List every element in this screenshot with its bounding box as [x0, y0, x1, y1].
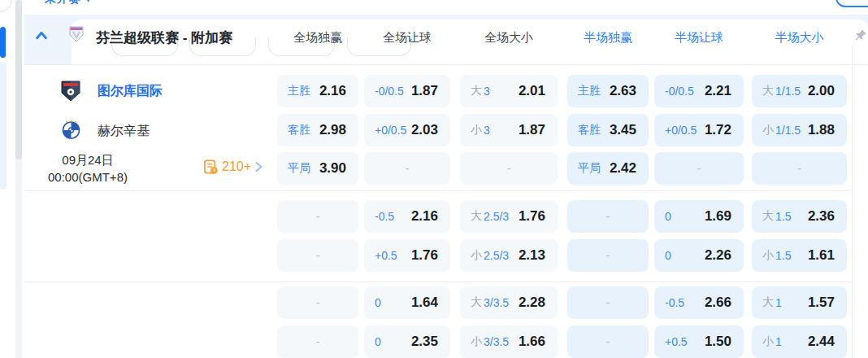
odds-cell[interactable]: -0.52.16 [364, 200, 450, 233]
odds-value: 2.03 [411, 122, 438, 138]
odds-cell[interactable]: -0/0.52.21 [654, 75, 744, 107]
odds-cell[interactable]: +0.51.50 [654, 325, 744, 358]
odds-cell[interactable]: 大1.52.36 [752, 200, 847, 233]
odds-value: 3.90 [319, 160, 346, 177]
empty-odds-dash: - [316, 210, 320, 223]
handicap-line: 3/3.5 [484, 335, 509, 348]
odds-cell[interactable]: -0.52.66 [654, 286, 744, 319]
odds-value: 1.72 [705, 122, 731, 138]
empty-odds-dash: - [316, 335, 320, 348]
home-team-name[interactable]: 图尔库国际 [98, 83, 163, 100]
header-divider [24, 64, 868, 65]
column-header: 半场独赢 [567, 29, 649, 46]
odds-cell[interactable]: +0.51.76 [364, 239, 450, 272]
odds-cell[interactable]: - [277, 239, 358, 272]
handicap-line: 1/1.5 [775, 85, 801, 98]
odds-cell[interactable]: 大11.57 [752, 286, 847, 319]
over-under-prefix: 小 [471, 334, 482, 349]
odds-selection-label: 主胜 [288, 84, 310, 98]
odds-value: 2.44 [808, 334, 835, 350]
odds-cell[interactable]: - [752, 152, 847, 185]
odds-selection-label: 0 [375, 296, 381, 309]
odds-cell[interactable]: 小1.51.61 [752, 239, 847, 272]
odds-value: 1.76 [411, 247, 438, 264]
match-date: 09月24日 [26, 151, 150, 168]
collapse-chevron-up-icon[interactable] [34, 28, 49, 43]
odds-cell[interactable]: 02.35 [364, 325, 450, 358]
odds-value: 3.45 [610, 122, 636, 138]
odds-cell[interactable]: 客胜2.98 [277, 114, 358, 146]
handicap-line: 1.5 [775, 210, 791, 223]
empty-odds-dash: - [606, 296, 610, 309]
odds-cell[interactable]: 02.26 [654, 239, 744, 272]
odds-value: 2.26 [705, 247, 731, 264]
over-under-prefix: 大 [762, 209, 774, 224]
odds-cell[interactable]: - [277, 286, 358, 319]
odds-cell[interactable]: 小2.5/32.13 [460, 239, 558, 272]
odds-cell[interactable]: - [567, 325, 649, 358]
odds-selection-label: -0/0.5 [375, 85, 404, 98]
odds-value: 2.01 [519, 83, 545, 99]
odds-value: 1.61 [808, 247, 835, 264]
over-under-prefix: 小 [471, 123, 482, 138]
odds-cell[interactable]: -0/0.51.87 [364, 75, 450, 107]
odds-value: 1.57 [808, 295, 835, 311]
odds-cell[interactable]: 平局3.90 [277, 152, 358, 185]
odds-selection-label: 平局 [288, 161, 310, 176]
odds-cell[interactable]: 大32.01 [460, 75, 558, 107]
over-under-prefix: 小 [762, 123, 774, 138]
odds-cell[interactable]: - [364, 152, 450, 185]
odds-cell[interactable]: - [277, 325, 358, 358]
odds-cell[interactable]: - [460, 152, 558, 185]
handicap-line: 1.5 [775, 249, 791, 262]
empty-odds-dash: - [797, 162, 801, 175]
odds-cell[interactable]: 主胜2.63 [567, 75, 649, 107]
clipped-tab-label[interactable]: 未开赛 ▾ [45, 0, 142, 7]
odds-selection-label: +0/0.5 [375, 124, 406, 137]
odds-selection-label: 客胜 [578, 123, 601, 138]
odds-cell[interactable]: 客胜3.45 [567, 114, 649, 146]
empty-odds-dash: - [606, 335, 610, 348]
match-datetime: 09月24日 00:00(GMT+8) [26, 151, 150, 186]
odds-cell[interactable]: 01.64 [364, 286, 450, 319]
odds-value: 2.28 [519, 295, 545, 311]
odds-cell[interactable]: +0/0.52.03 [364, 114, 450, 146]
odds-cell[interactable]: 主胜2.16 [277, 75, 358, 107]
empty-odds-dash: - [406, 162, 410, 175]
odds-cell[interactable]: - [277, 200, 358, 233]
odds-cell[interactable]: 大3/3.52.28 [460, 286, 558, 319]
odds-cell[interactable]: 大1/1.52.00 [752, 75, 847, 107]
odds-value: 2.36 [808, 208, 835, 225]
odds-selection-label: 0 [375, 335, 381, 348]
odds-value: 1.69 [705, 208, 731, 225]
odds-cell[interactable]: - [567, 200, 649, 233]
clipped-tab-text: 未开赛 ▾ [45, 0, 92, 7]
odds-cell[interactable]: +0/0.51.72 [654, 114, 744, 146]
odds-cell[interactable]: 小3/3.51.66 [460, 325, 558, 358]
odds-cell[interactable]: 01.69 [654, 200, 744, 233]
odds-selection-label: 客胜 [288, 123, 310, 138]
column-divider [852, 45, 853, 358]
odds-value: 2.13 [519, 247, 545, 264]
away-team-badge-icon [62, 120, 80, 139]
odds-cell[interactable]: 小12.44 [752, 325, 847, 358]
odds-cell[interactable]: 小1/1.51.88 [752, 114, 847, 146]
handicap-line: 3 [484, 85, 490, 98]
odds-value: 2.42 [610, 160, 636, 177]
odds-cell[interactable]: - [567, 239, 649, 272]
empty-odds-dash: - [606, 210, 610, 223]
odds-cell[interactable]: - [654, 152, 744, 185]
more-markets-link[interactable]: 210+ [203, 158, 263, 176]
odds-cell[interactable]: 平局2.42 [567, 152, 649, 185]
scrollbar-thumb[interactable] [15, 0, 22, 159]
odds-selection-label: 平局 [578, 161, 601, 176]
empty-odds-dash: - [316, 249, 320, 262]
odds-cell[interactable]: - [567, 286, 649, 319]
left-highlight-strip [0, 63, 7, 190]
away-team-name[interactable]: 赫尔辛基 [98, 123, 150, 140]
pin-icon[interactable] [855, 29, 866, 41]
odds-cell[interactable]: 小31.87 [460, 114, 558, 146]
odds-cell[interactable]: 大2.5/31.76 [460, 200, 558, 233]
scrollbar[interactable] [15, 0, 22, 358]
floating-button-partial[interactable] [0, 0, 12, 12]
